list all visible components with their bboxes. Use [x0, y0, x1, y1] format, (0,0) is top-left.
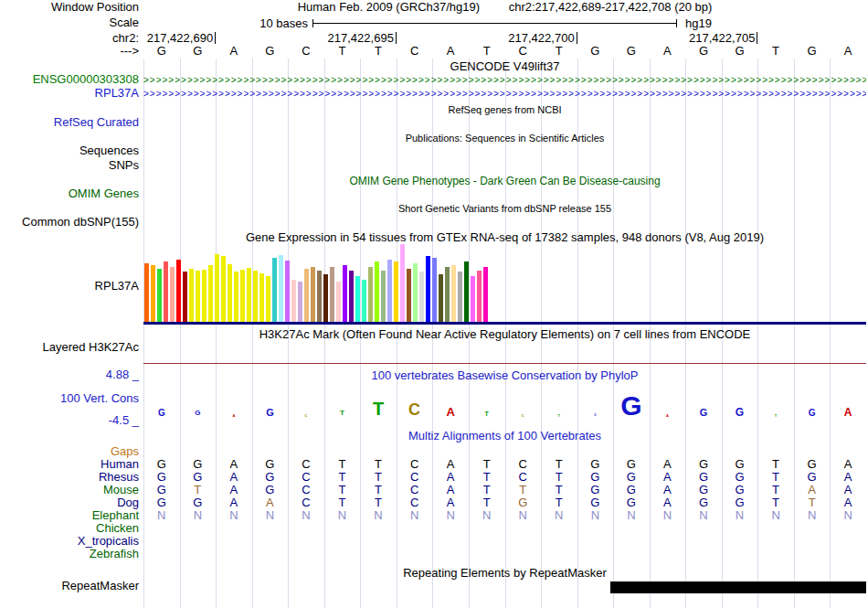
alignment-base: T — [757, 496, 794, 509]
multiz-alignment-row[interactable]: GGAACTTCATGTGGAGGTTA — [143, 496, 866, 509]
alignment-base: A — [650, 471, 686, 484]
alignment-base: G — [722, 496, 758, 509]
alignment-base: N — [360, 509, 397, 522]
alignment-base: N — [722, 509, 758, 522]
alignment-base: N — [288, 509, 324, 522]
alignment-base: G — [613, 484, 650, 496]
alignment-base: A — [432, 496, 469, 509]
alignment-base: T — [180, 484, 217, 496]
alignment-base: G — [143, 484, 180, 496]
alignment-base: G — [722, 484, 758, 496]
multiz-alignment-row[interactable]: GGAGCTTCATCTGGAGGTGA — [143, 458, 866, 471]
alignment-base: N — [541, 509, 577, 522]
alignment-base: G — [143, 471, 180, 484]
alignment-base: T — [324, 458, 361, 471]
alignment-base: N — [252, 509, 289, 522]
alignment-base: C — [504, 458, 541, 471]
multiz-species-label[interactable]: Rhesus — [0, 471, 139, 484]
alignment-base: T — [324, 471, 361, 484]
alignment-base: G — [722, 458, 758, 471]
alignment-base: G — [504, 496, 541, 509]
alignment-base: T — [541, 458, 577, 471]
alignment-base: A — [830, 484, 866, 496]
track-title-repeatmasker[interactable]: Repeating Elements by RepeatMasker — [143, 567, 866, 580]
alignment-base: C — [288, 471, 324, 484]
alignment-base: T — [469, 471, 505, 484]
alignment-base: N — [794, 509, 831, 522]
multiz-species-label[interactable]: Human — [0, 458, 139, 471]
alignment-base: A — [432, 458, 469, 471]
alignment-base: C — [288, 484, 324, 496]
alignment-base: T — [360, 496, 397, 509]
alignment-base: T — [541, 496, 577, 509]
alignment-base: N — [757, 509, 794, 522]
alignment-base: G — [252, 471, 289, 484]
alignment-base: T — [504, 484, 541, 496]
alignment-base: G — [180, 458, 217, 471]
alignment-base: A — [216, 471, 252, 484]
multiz-species-label[interactable]: X_tropicalis — [0, 535, 139, 548]
multiz-alignment-row[interactable]: GGAGCTTCATCTGGAGGTGA — [143, 471, 866, 484]
alignment-base: N — [143, 509, 180, 522]
alignment-base: T — [541, 471, 577, 484]
alignment-base: A — [216, 458, 252, 471]
alignment-base: G — [613, 496, 650, 509]
alignment-base: A — [830, 471, 866, 484]
multiz-species-label[interactable]: Zebrafish — [0, 548, 139, 560]
alignment-base: N — [830, 509, 866, 522]
alignment-base: C — [397, 458, 433, 471]
alignment-base: N — [650, 509, 686, 522]
alignment-base: T — [469, 484, 505, 496]
alignment-base: C — [397, 484, 433, 496]
alignment-base: N — [397, 509, 433, 522]
alignment-base: T — [757, 471, 794, 484]
alignment-base: G — [685, 496, 722, 509]
alignment-base: G — [252, 484, 289, 496]
alignment-base: G — [794, 471, 831, 484]
alignment-base: T — [757, 484, 794, 496]
alignment-base: A — [252, 496, 289, 509]
alignment-base: T — [469, 458, 505, 471]
alignment-base: C — [288, 458, 324, 471]
alignment-base: N — [324, 509, 361, 522]
alignment-base: N — [432, 509, 469, 522]
alignment-base: N — [504, 509, 541, 522]
alignment-base: T — [360, 484, 397, 496]
alignment-base: G — [685, 471, 722, 484]
alignment-base: G — [180, 471, 217, 484]
track-label-repeatmasker[interactable]: RepeatMasker — [0, 580, 139, 592]
alignment-base: C — [288, 496, 324, 509]
alignment-base: N — [613, 509, 650, 522]
alignment-base: T — [541, 484, 577, 496]
alignment-base: G — [685, 458, 722, 471]
multiz-species-label[interactable]: Gaps — [0, 445, 139, 458]
multiz-species-label[interactable]: Chicken — [0, 522, 139, 535]
alignment-base: A — [650, 458, 686, 471]
alignment-base: A — [216, 496, 252, 509]
alignment-base: A — [794, 484, 831, 496]
alignment-base: T — [324, 496, 361, 509]
alignment-base: G — [685, 484, 722, 496]
alignment-base: A — [830, 458, 866, 471]
alignment-base: A — [650, 496, 686, 509]
alignment-base: A — [432, 484, 469, 496]
alignment-base: C — [504, 471, 541, 484]
alignment-base: G — [252, 458, 289, 471]
multiz-rows: GapsHumanGGAGCTTCATCTGGAGGTGARhesusGGAGC… — [0, 0, 868, 608]
alignment-base: G — [180, 496, 217, 509]
multiz-alignment-row[interactable]: NNNNNNNNNNNNNNNNNNNN — [143, 509, 866, 522]
multiz-species-label[interactable]: Dog — [0, 496, 139, 509]
alignment-base: G — [143, 496, 180, 509]
multiz-species-label[interactable]: Elephant — [0, 509, 139, 522]
multiz-species-label[interactable]: Mouse — [0, 484, 139, 496]
alignment-base: N — [180, 509, 217, 522]
alignment-base: G — [577, 484, 614, 496]
alignment-base: A — [216, 484, 252, 496]
alignment-base: G — [577, 471, 614, 484]
alignment-base: G — [613, 471, 650, 484]
repeat-element[interactable] — [610, 581, 866, 593]
genome-browser-view: Window Position Human Feb. 2009 (GRCh37/… — [0, 0, 868, 608]
multiz-alignment-row[interactable]: GTAGCTTCATTTGGAGGTAA — [143, 484, 866, 496]
alignment-base: T — [360, 471, 397, 484]
alignment-base: G — [722, 471, 758, 484]
